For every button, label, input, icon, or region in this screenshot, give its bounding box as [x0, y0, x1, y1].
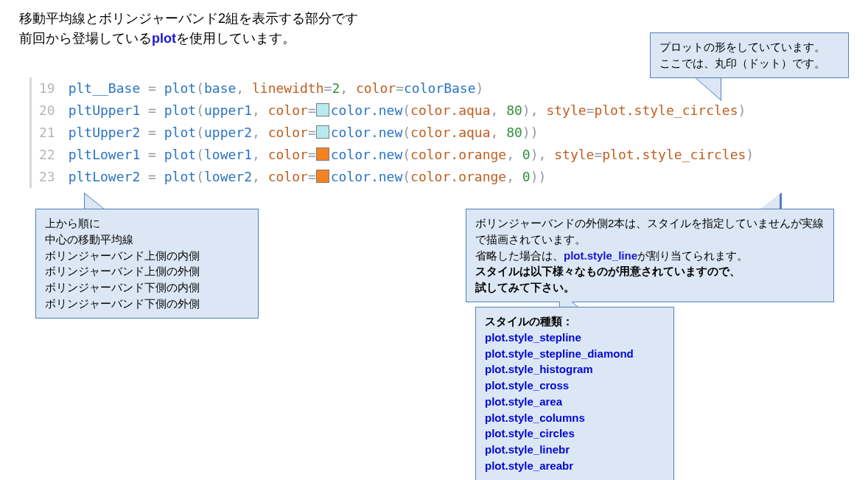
code-line: pltUpper2 = plot(upper2, color=color.new… [69, 122, 842, 144]
callout-text: 省略した場合は、 [475, 249, 564, 262]
color-swatch-icon [316, 125, 329, 139]
style-list-item: plot.style_stepline [485, 330, 665, 346]
style-list-item: plot.style_linebr [485, 442, 665, 458]
line-number: 20 [39, 100, 55, 122]
code-block: 1920212223 plt__Base = plot(base, linewi… [29, 77, 842, 188]
style-list-title: スタイルの種類： [485, 313, 665, 330]
color-swatch-icon [316, 103, 329, 116]
callout-line-meaning: 上から順に 中心の移動平均線 ボリンジャーバンド上側の内側 ボリンジャーバンド上… [35, 209, 259, 319]
callout-tail [85, 194, 105, 210]
style-list-item: plot.style_cross [485, 378, 665, 394]
callout-plot-shape: プロットの形をしていています。 ここでは、丸印（ドット）です。 [650, 32, 849, 78]
line-number-gutter: 1920212223 [32, 77, 66, 188]
code-line: pltUpper1 = plot(upper1, color=color.new… [69, 100, 842, 122]
callout-line: ボリンジャーバンド下側の外側 [45, 296, 249, 312]
heading-text: を使用しています。 [176, 31, 295, 46]
style-list-item: plot.style_stepline_diamond [485, 346, 665, 362]
callout-style-keyword: plot.style_line [564, 249, 637, 262]
heading-line-1: 移動平均線とボリンジャーバンド2組を表示する部分です [19, 9, 358, 29]
style-list-item: plot.style_areabr [485, 458, 665, 474]
heading-keyword: plot [152, 31, 176, 46]
line-number: 21 [39, 122, 55, 144]
callout-line: プロットの形をしていています。 [659, 39, 839, 55]
code-line: pltLower2 = plot(lower2, color=color.new… [69, 166, 842, 188]
code-line: pltLower1 = plot(lower1, color=color.new… [69, 144, 842, 166]
callout-line: 中心の移動平均線 [45, 232, 249, 248]
callout-tail [560, 292, 579, 308]
style-list-item: plot.style_histogram [485, 361, 665, 378]
callout-line: ここでは、丸印（ドット）です。 [659, 55, 839, 72]
callout-line: ボリンジャーバンド上側の内側 [45, 248, 249, 264]
line-number: 23 [39, 166, 55, 188]
callout-line: ボリンジャーバンド上側の外側 [45, 263, 249, 279]
callout-style-list: スタイルの種類： plot.style_steplineplot.style_s… [475, 307, 674, 480]
color-swatch-icon [316, 170, 329, 183]
callout-line: 試してみて下さい。 [475, 279, 825, 296]
line-number: 22 [39, 144, 55, 166]
style-list-item: plot.style_circles [485, 425, 665, 442]
style-list-item: plot.style_columns [485, 410, 665, 426]
callout-line: 上から順に [45, 215, 249, 232]
line-number: 19 [39, 77, 55, 100]
heading-text: 前回から登場している [19, 31, 152, 46]
code-lines: plt__Base = plot(base, linewidth=2, colo… [66, 77, 842, 188]
code-line: plt__Base = plot(base, linewidth=2, colo… [69, 77, 842, 100]
callout-line: ボリンジャーバンドの外側2本は、スタイルを指定していませんが実線で描画されていま… [475, 215, 825, 248]
callout-line: ボリンジャーバンド下側の内側 [45, 279, 249, 296]
heading-line-2: 前回から登場しているplotを使用しています。 [19, 29, 358, 49]
color-swatch-icon [316, 147, 329, 161]
callout-style-default: ボリンジャーバンドの外側2本は、スタイルを指定していませんが実線で描画されていま… [466, 209, 834, 302]
explanation-heading: 移動平均線とボリンジャーバンド2組を表示する部分です 前回から登場しているplo… [19, 9, 358, 49]
callout-text: が割り当てられます。 [637, 249, 748, 262]
callout-line: 省略した場合は、plot.style_lineが割り当てられます。 [475, 248, 825, 264]
callout-tail [759, 194, 780, 210]
style-list-item: plot.style_area [485, 394, 665, 410]
callout-line: スタイルは以下様々なものが用意されていますので、 [475, 263, 825, 279]
